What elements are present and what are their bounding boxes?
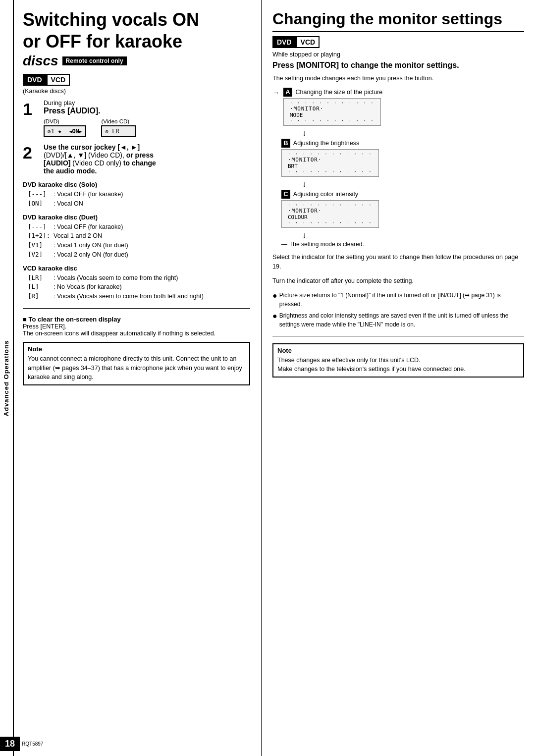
step1-content: During play Press [AUDIO]. (DVD) ⊙1 ★ ◄O… bbox=[44, 100, 250, 137]
right-title: Changing the monitor settings bbox=[272, 10, 524, 32]
select-text: Select the indicator for the setting you… bbox=[272, 253, 524, 271]
left-column: Switching vocals ON or OFF for karaoke d… bbox=[14, 0, 262, 756]
dvd-display-col: (DVD) ⊙1 ★ ◄ON► bbox=[44, 118, 86, 137]
display-row: (DVD) ⊙1 ★ ◄ON► (Video CD) ⊙ LR bbox=[44, 118, 250, 137]
bracket-key: [R] bbox=[28, 292, 51, 301]
right-note-title: Note bbox=[277, 347, 519, 354]
vcd-badge: VCD bbox=[47, 74, 70, 86]
step2-line2: (DVD)/[▲, ▼] (Video CD), or press bbox=[44, 151, 154, 159]
step2-line3: [AUDIO] bbox=[44, 159, 70, 167]
right-note-body2: Make changes to the television's setting… bbox=[277, 365, 519, 374]
right-vcd-badge: VCD bbox=[296, 36, 320, 48]
page-number: 18 bbox=[0, 737, 20, 751]
bracket-key: [1+2]: bbox=[28, 231, 51, 241]
duet-header: DVD karaoke disc (Duet) bbox=[23, 214, 250, 221]
step2-line1: Use the cursor jockey [◄, ►] bbox=[44, 143, 140, 151]
right-note-box: Note These changes are effective only fo… bbox=[272, 343, 524, 378]
monitor-brt-screen: · · · · · · · · · · · · ·MONITOR· BRT · … bbox=[281, 149, 379, 177]
bracket-desc: : Vocal 1 only ON (for duet) bbox=[54, 241, 128, 250]
monitor-brt-line1: ·MONITOR· bbox=[288, 157, 373, 163]
page: Advanced Operations Switching vocals ON … bbox=[0, 0, 535, 756]
bracket-key: [L] bbox=[28, 282, 51, 292]
bracket-key: [ON] bbox=[28, 199, 51, 209]
discs-line: discs Remote control only bbox=[23, 53, 250, 69]
bullet-dot-1: ● bbox=[272, 291, 277, 309]
flow-c-desc: C Adjusting color intensity bbox=[281, 190, 358, 199]
bracket-key: [LR] bbox=[28, 273, 51, 283]
arrow-down-3: ↓ bbox=[302, 231, 524, 240]
monitor-colour-line1: ·MONITOR· bbox=[288, 208, 373, 214]
dvd-badge: DVD bbox=[23, 74, 47, 86]
turn-off-text: Turn the indicator off after you complet… bbox=[272, 276, 524, 286]
bullet-text-1: Picture size returns to "1 (Normal)" if … bbox=[279, 291, 524, 309]
list-item: [V2] : Vocal 2 only ON (for duet) bbox=[28, 250, 250, 260]
flow-a-wrapper: A Changing the size of the picture · · ·… bbox=[283, 88, 382, 126]
monitor-mode-screen: · · · · · · · · · · · · ·MONITOR· MODE ·… bbox=[283, 98, 381, 126]
cleared-text: The setting mode is cleared. bbox=[289, 241, 364, 248]
step2-block: 2 Use the cursor jockey [◄, ►] (DVD)/[▲,… bbox=[23, 143, 250, 175]
cleared-line: — The setting mode is cleared. bbox=[281, 241, 524, 248]
vcd-header: VCD karaoke disc bbox=[23, 265, 250, 272]
bullet-item-2: ● Brightness and color intensity setting… bbox=[272, 311, 524, 329]
bracket-desc: : No Vocals (for karaoke) bbox=[54, 282, 122, 292]
right-note-body1: These changes are effective only for thi… bbox=[277, 356, 519, 365]
monitor-brt-line2: BRT bbox=[288, 163, 373, 169]
indicator-a: A bbox=[283, 88, 292, 97]
step1-press: Press [AUDIO]. bbox=[44, 107, 250, 115]
title-line1: Switching vocals ON bbox=[23, 10, 250, 30]
bracket-key: [V1] bbox=[28, 241, 51, 250]
dvd-vcd-badge: DVD VCD bbox=[23, 74, 70, 86]
indicator-b: B bbox=[281, 139, 290, 148]
monitor-dots-top: · · · · · · · · · · · · bbox=[290, 101, 374, 106]
right-divider bbox=[272, 336, 524, 336]
list-item: [ON] : Vocal ON bbox=[28, 199, 250, 209]
solo-section: DVD karaoke disc (Solo) [---] : Vocal OF… bbox=[23, 181, 250, 209]
flow-c-wrapper: C Adjusting color intensity · · · · · · … bbox=[281, 190, 379, 228]
arrow-down-2: ↓ bbox=[302, 180, 524, 189]
right-dvd-vcd: DVD VCD bbox=[272, 36, 320, 48]
duet-list: [---] : Vocal OFF (for karaoke) [1+2]: V… bbox=[28, 222, 250, 260]
main-title: Switching vocals ON or OFF for karaoke bbox=[23, 10, 250, 51]
step2-line4: the audio mode. bbox=[44, 167, 97, 175]
left-note-body: You cannot connect a microphone directly… bbox=[28, 354, 245, 382]
vcd-display-col: (Video CD) ⊙ LR bbox=[101, 118, 136, 137]
flow-a-desc: A Changing the size of the picture bbox=[283, 88, 382, 97]
bullet-text-2: Brightness and color intensity settings … bbox=[279, 311, 524, 329]
vcd-section: VCD karaoke disc [LR] : Vocals (Vocals s… bbox=[23, 265, 250, 301]
solo-list: [---] : Vocal OFF (for karaoke) [ON] : V… bbox=[28, 190, 250, 209]
discs-label: discs bbox=[23, 53, 58, 69]
bracket-desc: : Vocal OFF (for karaoke) bbox=[54, 222, 123, 232]
bracket-desc: : Vocal 2 only ON (for duet) bbox=[54, 250, 128, 260]
list-item: [---] : Vocal OFF (for karaoke) bbox=[28, 190, 250, 199]
bracket-desc: : Vocal OFF (for karaoke) bbox=[54, 190, 123, 199]
list-item: [1+2]: Vocal 1 and 2 ON bbox=[28, 231, 250, 241]
vcd-lcd: ⊙ LR bbox=[101, 125, 136, 137]
rqt-label: RQT5897 bbox=[22, 741, 43, 747]
press-monitor: Press [MONITOR] to change the monitor se… bbox=[272, 60, 524, 71]
bracket-desc: : Vocals (Vocals seem to come from both … bbox=[54, 292, 204, 301]
divider1 bbox=[23, 308, 250, 309]
karaoke-label: (Karaoke discs) bbox=[23, 88, 250, 95]
list-item: [R] : Vocals (Vocals seem to come from b… bbox=[28, 292, 250, 301]
bracket-key: [---] bbox=[28, 222, 51, 232]
duet-section: DVD karaoke disc (Duet) [---] : Vocal OF… bbox=[23, 214, 250, 260]
monitor-mode-line1: ·MONITOR· bbox=[290, 106, 374, 112]
left-note-box: Note You cannot connect a microphone dir… bbox=[23, 342, 250, 385]
left-note-title: Note bbox=[28, 345, 245, 353]
bullet-item-1: ● Picture size returns to "1 (Normal)" i… bbox=[272, 291, 524, 309]
right-dvd-badge: DVD bbox=[272, 36, 296, 48]
list-item: [L] : No Vocals (for karaoke) bbox=[28, 282, 250, 292]
while-stopped: While stopped or playing bbox=[272, 51, 524, 58]
solo-header: DVD karaoke disc (Solo) bbox=[23, 181, 250, 188]
step1-number: 1 bbox=[23, 101, 32, 117]
clear-body2: The on-screen icons will disappear autom… bbox=[23, 330, 250, 337]
sidebar: Advanced Operations bbox=[0, 0, 14, 756]
page-number-area: 18 RQT5897 bbox=[0, 737, 43, 751]
clear-title: ■ To clear the on-screen display bbox=[23, 316, 250, 323]
flow-item-c: C Adjusting color intensity · · · · · · … bbox=[272, 190, 524, 228]
list-item: [---] : Vocal OFF (for karaoke) bbox=[28, 222, 250, 232]
vcd-list: [LR] : Vocals (Vocals seem to come from … bbox=[28, 273, 250, 301]
flow-b-desc: B Adjusting the brightness bbox=[281, 139, 359, 148]
list-item: [V1] : Vocal 1 only ON (for duet) bbox=[28, 241, 250, 250]
bracket-desc: : Vocals (Vocals seem to come from the r… bbox=[54, 273, 178, 283]
